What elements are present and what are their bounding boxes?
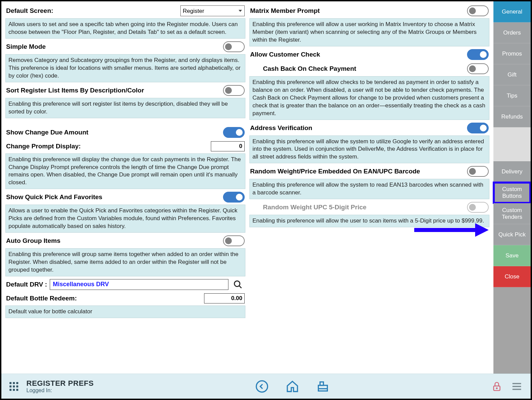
default-drv-input[interactable] — [50, 279, 228, 290]
lock-icon[interactable] — [491, 381, 502, 392]
footer: REGISTER PREFS Logged In: — [1, 374, 531, 399]
svg-point-0 — [235, 281, 240, 286]
close-button[interactable]: Close — [493, 266, 531, 287]
sidebar-item-gift[interactable]: Gift — [493, 64, 531, 85]
svg-line-1 — [239, 286, 242, 288]
page-title: REGISTER PREFS — [26, 379, 94, 387]
default-screen-label: Default Screen: — [6, 7, 53, 15]
quick-pick-desc: Allows a user to enable the Quick Pick a… — [5, 205, 245, 233]
sidebar-item-refunds[interactable]: Refunds — [493, 106, 531, 127]
simple-mode-desc: Removes Category and Subcategory groupin… — [5, 54, 245, 82]
sidebar-item-general[interactable]: General — [493, 1, 531, 22]
svg-point-10 — [496, 388, 497, 389]
matrix-prompt-toggle[interactable] — [467, 5, 489, 16]
address-verify-desc: Enabling this preference will allow the … — [249, 135, 489, 164]
random-weight-desc: Enabling this preference will allow the … — [249, 179, 489, 199]
sidebar-item-custom-buttons[interactable]: Custom Buttons — [493, 182, 531, 203]
default-screen-select[interactable]: Register — [180, 5, 245, 16]
auto-group-label: Auto Group Items — [6, 237, 60, 245]
sidebar-item-delivery[interactable]: Delivery — [493, 161, 531, 182]
bottle-redeem-desc: Default value for bottle calculator — [5, 306, 245, 318]
default-drv-label: Default DRV : — [6, 281, 47, 288]
register-icon[interactable] — [316, 380, 330, 393]
change-prompt-input[interactable] — [211, 141, 245, 151]
matrix-prompt-label: Matrix Member Prompt — [250, 7, 320, 15]
logged-in-label: Logged In: — [26, 387, 94, 394]
sidebar-item-orders[interactable]: Orders — [493, 22, 531, 43]
sidebar-item-promos[interactable]: Promos — [493, 43, 531, 64]
quick-pick-toggle[interactable] — [223, 192, 245, 203]
show-change-toggle[interactable] — [223, 127, 245, 138]
auto-group-desc: Enabling this preference will group same… — [5, 248, 245, 276]
cash-back-label: Cash Back On Check Payment — [263, 65, 356, 72]
matrix-prompt-desc: Enabling this preference will allow a us… — [249, 18, 489, 46]
grip-icon[interactable] — [9, 382, 18, 391]
random-upc5-label: Random Weight UPC 5-Digit Price — [263, 204, 367, 211]
show-change-label: Show Change Due Amount — [6, 129, 88, 136]
sidebar-item-quick-pick[interactable]: Quick Pick — [493, 224, 531, 245]
sidebar-item-tips[interactable]: Tips — [493, 85, 531, 106]
sort-register-toggle[interactable] — [223, 85, 245, 96]
svg-rect-4 — [320, 382, 324, 385]
sidebar-item-custom-tenders[interactable]: Custom Tenders — [493, 203, 531, 224]
cash-back-toggle[interactable] — [467, 63, 489, 74]
save-button[interactable]: Save — [493, 245, 531, 266]
simple-mode-toggle[interactable] — [223, 41, 245, 52]
bottle-redeem-input[interactable] — [204, 293, 245, 303]
auto-group-toggle[interactable] — [223, 235, 245, 246]
address-verify-label: Address Verification — [250, 124, 312, 132]
sort-register-desc: Enabling this preference will sort regis… — [5, 98, 245, 118]
sidebar-spacer — [493, 127, 531, 161]
search-icon[interactable] — [231, 280, 245, 289]
sidebar: General Orders Promos Gift Tips Refunds … — [493, 1, 531, 374]
svg-point-2 — [257, 381, 268, 392]
hamburger-icon[interactable] — [511, 381, 523, 392]
cash-back-desc: Enabling this preference will allow chec… — [249, 76, 489, 120]
left-column: Default Screen: Register Allows users to… — [5, 4, 245, 371]
random-upc5-desc: Enabling this preference will allow the … — [249, 215, 489, 227]
home-button[interactable] — [286, 380, 299, 393]
address-verify-toggle[interactable] — [467, 123, 489, 133]
bottle-redeem-label: Default Bottle Redeem: — [6, 295, 77, 302]
default-screen-desc: Allows users to set and see a specific t… — [5, 18, 245, 39]
random-weight-label: Random Weight/Price Embedded On EAN/UPC … — [250, 168, 420, 175]
right-column: Matrix Member Prompt Enabling this prefe… — [249, 4, 489, 371]
allow-check-label: Allow Customer Check — [250, 51, 320, 58]
sort-register-label: Sort Register List Items By Description/… — [6, 87, 144, 94]
quick-pick-label: Show Quick Pick And Favorites — [6, 193, 102, 201]
random-weight-toggle[interactable] — [467, 166, 489, 177]
back-button[interactable] — [255, 380, 269, 393]
random-upc5-toggle — [467, 202, 489, 213]
allow-check-toggle[interactable] — [467, 49, 489, 60]
change-prompt-desc: Enabling this preference will display th… — [5, 153, 245, 189]
change-prompt-label: Change Prompt Display: — [6, 143, 81, 150]
simple-mode-label: Simple Mode — [6, 43, 46, 50]
